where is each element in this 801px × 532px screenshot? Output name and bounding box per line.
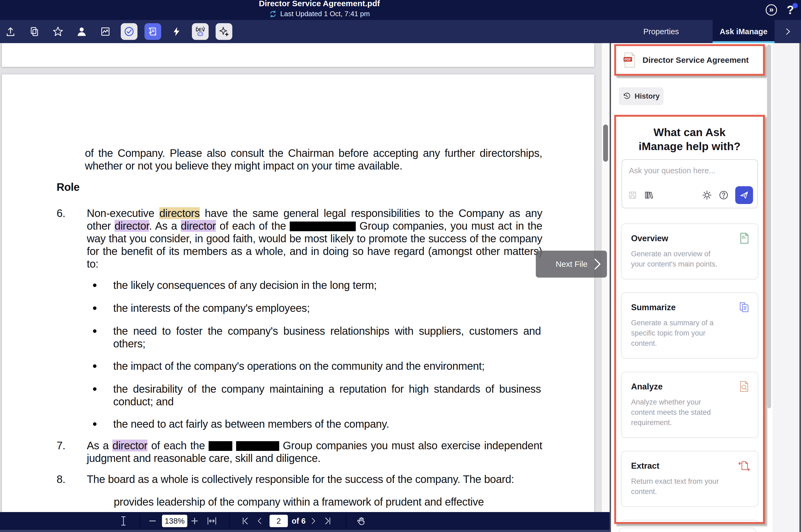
bullet-dot [93, 387, 96, 391]
hand-pan-tool-icon[interactable] [356, 516, 366, 526]
card-overview[interactable]: Overview Generate an overview of your co… [621, 223, 758, 280]
last-updated-label: Last Updated 1 Oct, 7:41 pm [280, 10, 370, 18]
zoom-level-input[interactable]: 138% [162, 515, 187, 527]
panel-scrollbar-thumb[interactable] [767, 44, 771, 408]
panel-gutter [773, 43, 799, 532]
pdf-page-content: of the Company. Please also consult the … [2, 74, 594, 508]
panel-heading-line1: What can Ask [616, 125, 763, 139]
item-number: 7. [57, 439, 87, 464]
next-page-button[interactable] [309, 516, 318, 526]
user-icon[interactable] [73, 23, 90, 40]
first-page-button[interactable] [241, 516, 250, 526]
zoom-in-button[interactable] [190, 516, 199, 526]
app-window: Director Service Agreement.pdf Last Upda… [0, 0, 801, 532]
question-input-box [622, 159, 758, 208]
history-icon [623, 92, 631, 100]
bullet-dot [93, 284, 96, 287]
previous-page-bottom [2, 43, 594, 67]
overview-document-icon [738, 232, 750, 244]
bullet-item: the desirability of the company maintain… [93, 383, 594, 408]
fit-width-button[interactable] [207, 516, 217, 526]
history-button[interactable]: History [619, 87, 664, 105]
pdf-page: of the Company. Please also consult the … [2, 74, 594, 512]
collapse-double-chevron-icon[interactable]: » [766, 4, 777, 16]
tab-ask-imanage-label: Ask iManage [720, 27, 767, 36]
document-scrollbar[interactable] [602, 43, 610, 512]
top-right-actions: » ? [766, 0, 794, 20]
library-books-icon[interactable] [644, 190, 653, 200]
paragraph: of the Company. Please also consult the … [85, 147, 542, 172]
bullet-dot [93, 306, 96, 310]
bullet-text: the desirability of the company maintain… [113, 383, 541, 408]
question-input[interactable] [622, 160, 757, 186]
approve-check-icon[interactable] [121, 23, 137, 40]
panel-document-title: Director Service Agreement [643, 56, 749, 65]
skill-cards: Overview Generate an overview of your co… [621, 223, 758, 524]
card-description: Return exact text from your content. [631, 476, 726, 497]
last-page-button[interactable] [323, 516, 332, 526]
document-title: Director Service Agreement.pdf [259, 0, 380, 8]
card-summarize[interactable]: Summarize Generate a summary of a specif… [621, 292, 758, 359]
settings-gear-icon[interactable] [702, 190, 712, 200]
panel-tabbar: Properties Ask iManage [610, 20, 801, 43]
extract-document-icon [738, 459, 750, 472]
card-description: Generate a summary of a specific topic f… [631, 318, 726, 348]
zoom-out-button[interactable] [148, 516, 157, 526]
page-number-input[interactable]: 2 [269, 515, 288, 527]
panel-heading-line2: iManage help with? [616, 139, 763, 153]
bullet-text: the need to act fairly as between member… [113, 418, 541, 431]
bullet-text: the likely consequences of any decision … [113, 279, 541, 291]
pdf-file-icon: PDF [623, 53, 635, 68]
toolbar-icons: DEV [2, 20, 232, 43]
image-preview-icon[interactable] [97, 23, 114, 40]
tab-ask-imanage[interactable]: Ask iManage [712, 20, 775, 43]
file-header-annotated: PDF Director Service Agreement [614, 44, 765, 76]
item-text: The board as a whole is collectively res… [87, 473, 542, 486]
dev-robot-icon[interactable]: DEV [192, 23, 209, 40]
tab-properties[interactable]: Properties [610, 20, 712, 43]
page-total-label: of 6 [292, 517, 306, 526]
chevron-right-icon [592, 258, 603, 271]
ask-imanage-panel: PDF Director Service Agreement History W… [610, 43, 801, 532]
bullet-text: the interests of the company's employees… [113, 302, 541, 315]
paper-plane-icon [740, 191, 749, 200]
card-title: Analyze [631, 382, 726, 392]
upload-icon[interactable] [2, 23, 19, 40]
document-scrollbar-thumb[interactable] [603, 125, 608, 162]
copy-documents-icon[interactable] [26, 23, 43, 40]
help-icon[interactable]: ? [787, 4, 794, 16]
help-circle-icon[interactable] [719, 190, 729, 200]
numbered-item-6: 6. Non-executive directors have the same… [57, 207, 594, 270]
divider [346, 513, 347, 529]
star-icon[interactable] [50, 23, 66, 40]
divider [229, 513, 230, 529]
text-select-tool-icon[interactable] [119, 516, 128, 526]
panel-heading: What can Ask iManage help with? [616, 125, 763, 153]
tabbar-next-chevron-icon[interactable] [775, 20, 801, 43]
lightning-icon[interactable] [168, 23, 185, 40]
card-title: Summarize [631, 303, 726, 312]
item-number: 8. [57, 473, 87, 486]
top-bar: Director Service Agreement.pdf Last Upda… [0, 0, 801, 20]
next-file-button[interactable]: Next File [536, 251, 607, 278]
history-label: History [634, 92, 660, 100]
section-heading: Role [57, 181, 594, 193]
previous-page-button[interactable] [255, 516, 264, 526]
card-analyze[interactable]: Analyze Analyze whether your content mee… [621, 372, 758, 438]
item-text: As a director of each the Group companie… [87, 439, 542, 464]
send-question-button[interactable] [735, 186, 753, 204]
bullet-text: the impact of the company's operations o… [113, 360, 541, 373]
save-icon[interactable] [628, 191, 637, 200]
card-description: Generate an overview of your content's m… [631, 249, 726, 269]
next-card-peek[interactable] [619, 528, 756, 532]
card-chronology[interactable]: Chronology Create a timeline of key date… [621, 520, 758, 524]
card-extract[interactable]: Extract Return exact text from your cont… [621, 451, 758, 507]
item-text: Non-executive directors have the same ge… [87, 207, 542, 270]
bullet-item: the impact of the company's operations o… [93, 360, 594, 373]
ai-sparkles-icon[interactable] [216, 23, 232, 40]
document-refresh-icon[interactable] [145, 23, 161, 40]
bullet-item: the need to act fairly as between member… [93, 418, 594, 431]
item-number: 6. [57, 207, 87, 270]
bullet-dot [93, 422, 96, 426]
panel-right-border [799, 43, 801, 532]
